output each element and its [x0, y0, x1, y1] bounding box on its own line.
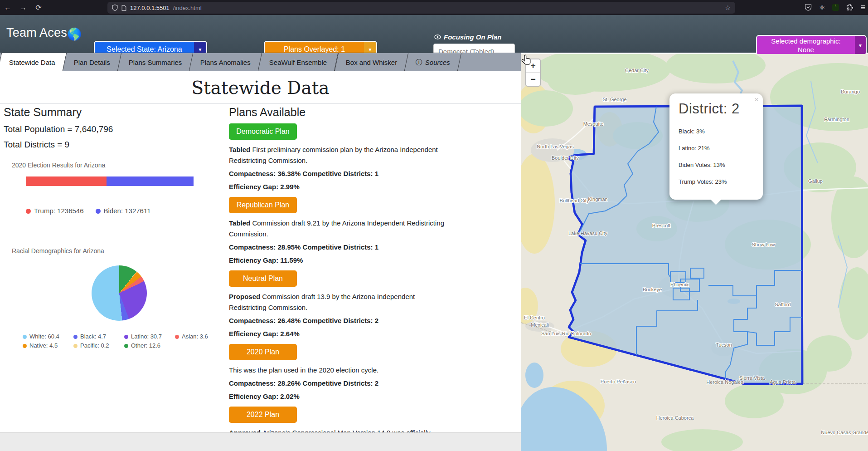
- tab-statewide-data[interactable]: Statewide Data: [0, 53, 67, 71]
- city-label-el-centro: El Centro: [524, 315, 545, 320]
- bar-segment-trump: [26, 176, 107, 186]
- map-pane[interactable]: Cedar CityDurangoSt. GeorgeFarmingtonMes…: [521, 54, 868, 451]
- plan-block: Republican Plan Tabled Commission draft …: [229, 197, 447, 266]
- plans-available-section: Plans Available Democratic Plan Tabled F…: [229, 106, 447, 451]
- eye-icon: [434, 34, 441, 39]
- url-host: 127.0.0.1:5501: [130, 5, 170, 11]
- brand: Team Aces🌎: [6, 26, 82, 41]
- puzzle-icon[interactable]: [846, 4, 853, 11]
- election-legend: Trump: 1236546Biden: 1327611: [26, 207, 228, 215]
- footer-strip: [0, 432, 521, 451]
- bar-segment-biden: [107, 176, 194, 186]
- popup-stat-row: Black: 3%: [679, 128, 754, 135]
- page-title: Statewide Data: [0, 78, 521, 98]
- plan-button-2022-plan[interactable]: 2022 Plan: [229, 407, 297, 423]
- plan-block: 2020 Plan This was the plan used in the …: [229, 344, 447, 402]
- legend-dot: [175, 335, 179, 339]
- forward-icon[interactable]: →: [15, 4, 31, 12]
- back-icon[interactable]: ←: [0, 4, 15, 12]
- district-popup: × District: 2 Black: 3%Latino: 21%Biden …: [669, 93, 763, 200]
- state-summary-heading: State Summary: [4, 106, 228, 119]
- url-bar[interactable]: 127.0.0.1:5501/index.html ☆: [107, 2, 735, 14]
- legend-item: Native: 4.5: [23, 342, 73, 349]
- city-label-san-luis-rio-colorado: San Luis Rio Colorado: [541, 331, 591, 336]
- mouse-cursor: [521, 54, 533, 67]
- city-label-durango: Durango: [841, 89, 860, 94]
- popup-stat-row: Biden Votes: 13%: [679, 162, 754, 168]
- tab-box-and-whisker[interactable]: Box and Whisker: [334, 53, 408, 71]
- plan-description: Tabled Commission draft 9.21 by the Ariz…: [229, 218, 447, 240]
- city-label-prescott: Prescott: [652, 223, 670, 228]
- plan-button-republican-plan[interactable]: Republican Plan: [229, 197, 297, 213]
- city-label-phoenix: Phoenix: [670, 282, 689, 287]
- selected-demographic-button[interactable]: Selected demographic:None ▼: [756, 35, 867, 56]
- tab-sources[interactable]: ⓘSources: [404, 53, 462, 71]
- page-icon: [121, 5, 126, 11]
- state-summary-section: State Summary Total Population = 7,640,7…: [4, 106, 228, 349]
- city-label-buckeye: Buckeye: [643, 287, 662, 292]
- main-content: Statewide Data State Summary Total Popul…: [0, 71, 521, 432]
- plan-button-2020-plan[interactable]: 2020 Plan: [229, 344, 297, 360]
- plan-block: Neutral Plan Proposed Commission draft 1…: [229, 270, 447, 339]
- reload-icon[interactable]: ⟳: [31, 3, 46, 12]
- city-label-farmington: Farmington: [824, 117, 849, 122]
- legend-dot: [124, 335, 128, 339]
- legend-dot: [23, 335, 27, 339]
- menu-icon[interactable]: ≡: [860, 3, 865, 12]
- bookmark-star-icon[interactable]: ☆: [725, 4, 731, 11]
- plans-available-heading: Plans Available: [229, 106, 447, 119]
- plan-metrics: Compactness: 26.48% Competitive District…: [229, 315, 447, 326]
- demographics-pie-chart: [92, 265, 147, 321]
- legend-item: Other: 12.6: [124, 342, 175, 349]
- plan-efficiency-gap: Efficiency Gap: 2.99%: [229, 181, 447, 192]
- plan-efficiency-gap: Efficiency Gap: 2.02%: [229, 391, 447, 402]
- plan-description: Proposed Commission draft 13.9 by the Ar…: [229, 291, 447, 313]
- city-label-gallup: Gallup: [808, 178, 823, 184]
- shield-icon: [112, 5, 118, 11]
- legend-item: Asian: 3.6: [175, 333, 226, 340]
- demographic-caret-icon[interactable]: ▼: [855, 36, 866, 55]
- city-label-tucson: Tucson: [716, 342, 732, 348]
- tab-plans-anomalies[interactable]: Plans Anomalies: [189, 53, 262, 71]
- legend-item: Black: 4.7: [73, 333, 124, 340]
- title-divider: [0, 103, 521, 104]
- city-label-show-low: Show Low: [752, 242, 775, 247]
- pocket-icon[interactable]: [805, 4, 812, 11]
- zoom-out-button[interactable]: −: [526, 73, 540, 86]
- tab-bar: Statewide DataPlan DetailsPlans Summarie…: [0, 53, 521, 71]
- tab-seawulf-ensemble[interactable]: SeaWulf Ensemble: [258, 53, 339, 71]
- city-label-st.-george: St. George: [602, 97, 626, 102]
- tab-plans-summaries[interactable]: Plans Summaries: [117, 53, 193, 71]
- legend-item: Biden: 1327611: [96, 207, 151, 215]
- globe-icon: 🌎: [67, 27, 82, 41]
- browser-toolbar: ← → ⟳ 127.0.0.1:5501/index.html ☆ ⚛ L ≡: [0, 0, 868, 15]
- election-chart-title: 2020 Election Results for Arizona: [12, 162, 228, 169]
- tab-plan-details[interactable]: Plan Details: [62, 53, 121, 71]
- legend-dot: [124, 344, 128, 348]
- plan-button-neutral-plan[interactable]: Neutral Plan: [229, 270, 297, 287]
- legend-dot: [23, 344, 27, 348]
- legend-item: Trump: 1236546: [26, 207, 84, 215]
- green-extension-icon[interactable]: L: [832, 4, 839, 11]
- legend-dot: [26, 209, 31, 214]
- popup-stat-row: Trump Votes: 23%: [679, 178, 754, 185]
- plan-description: Tabled First preliminary commission plan…: [229, 144, 447, 166]
- popup-close-icon[interactable]: ×: [754, 96, 759, 103]
- legend-dot: [73, 344, 78, 348]
- demographics-chart-title: Racial Demographics for Arizona: [12, 247, 228, 255]
- plan-efficiency-gap: Efficiency Gap: 2.64%: [229, 328, 447, 339]
- plan-metrics: Compactness: 36.38% Competitive District…: [229, 168, 447, 179]
- city-label-mesquite: Mesquite: [583, 121, 604, 127]
- plan-metrics: Compactness: 28.95% Competitive District…: [229, 242, 447, 253]
- plan-button-democratic-plan[interactable]: Democratic Plan: [229, 123, 297, 140]
- info-icon: ⓘ: [416, 58, 422, 67]
- app-navbar: Team Aces🌎 Selected State: Arizona ▼ Pla…: [0, 15, 868, 53]
- legend-dot: [96, 209, 101, 214]
- plan-efficiency-gap: Efficiency Gap: 11.59%: [229, 255, 447, 266]
- city-label-safford: Safford: [775, 302, 790, 307]
- adblock-extension-icon[interactable]: ⚛: [819, 4, 825, 12]
- selected-demographic-label[interactable]: Selected demographic:None: [757, 36, 855, 55]
- city-label-kingman: Kingman: [588, 196, 607, 202]
- plan-block: Democratic Plan Tabled First preliminary…: [229, 123, 447, 192]
- city-label-mexicali: Mexicali: [531, 322, 549, 328]
